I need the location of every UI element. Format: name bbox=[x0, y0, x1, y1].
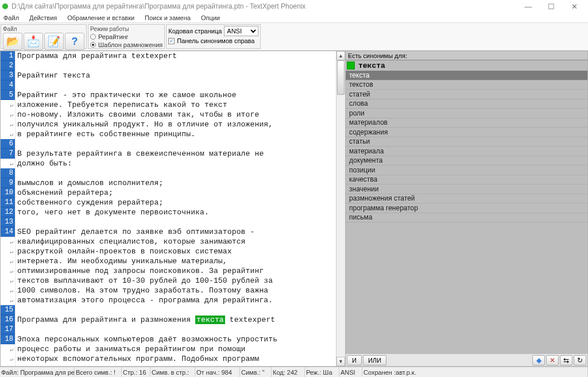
menu-options[interactable]: Опции bbox=[200, 14, 221, 22]
line-number: 15 bbox=[1, 305, 15, 315]
synonym-item[interactable]: качества bbox=[346, 175, 587, 185]
editor-line[interactable]: того, чего нет в документе первоисточник… bbox=[17, 207, 334, 217]
editor-line[interactable] bbox=[17, 305, 334, 315]
synonym-item[interactable]: содержания bbox=[346, 128, 587, 137]
editor-line[interactable]: квалифицированных специалистов, которые … bbox=[17, 237, 334, 247]
mode-rewrite-radio[interactable]: Рерайтинг bbox=[90, 33, 163, 40]
open-button[interactable]: 📂 bbox=[3, 33, 22, 50]
maximize-button[interactable]: ☐ bbox=[540, 0, 563, 13]
synonym-item[interactable]: роли bbox=[346, 109, 587, 118]
editor-line[interactable]: Программа для рерайтинга textexpert bbox=[17, 51, 334, 61]
synonym-item[interactable]: статей bbox=[346, 90, 587, 99]
close-button[interactable]: ✕ bbox=[563, 0, 586, 13]
line-number: 6 bbox=[1, 139, 15, 149]
editor-line[interactable]: текстов выплачивают от 10-30 рублей до 1… bbox=[17, 276, 334, 286]
editor-line[interactable]: раскруткой онлайн-проектов в поисковых с… bbox=[17, 247, 334, 256]
editor-line[interactable]: по-новому. Изложить своими словами так, … bbox=[17, 110, 334, 120]
line-number: 11 bbox=[1, 198, 15, 207]
synonym-item[interactable]: документа bbox=[346, 156, 587, 166]
editor-line[interactable]: изложение. Требуется переписать какой то… bbox=[17, 100, 334, 110]
synonym-item[interactable]: программа генератор bbox=[346, 203, 587, 213]
synonym-item[interactable]: материала bbox=[346, 147, 587, 156]
editor-line[interactable]: В результате рерайтинга в свежеиспеченно… bbox=[17, 149, 334, 159]
editor-line[interactable] bbox=[17, 61, 334, 71]
editor-line[interactable]: должно быть: bbox=[17, 159, 334, 168]
status-fromstart: От нач.: 984 bbox=[195, 367, 240, 377]
editor-line[interactable] bbox=[17, 80, 334, 90]
editor-line[interactable]: оптимизированные под запросы поисковиков… bbox=[17, 266, 334, 276]
syn-or-button[interactable]: ИЛИ bbox=[363, 355, 386, 366]
codepage-select[interactable]: ANSI bbox=[224, 26, 258, 36]
editor-line[interactable]: получился уникальный продукт. Но в отлич… bbox=[17, 120, 334, 129]
synonym-item[interactable]: позиции bbox=[346, 166, 587, 175]
menu-search[interactable]: Поиск и замена bbox=[144, 14, 192, 22]
menu-frames[interactable]: Обрамление и вставки bbox=[66, 14, 136, 22]
toolbar-group-file-label: Файл bbox=[3, 26, 84, 32]
editor[interactable]: 12345↵↵↵↵67↵891011121314↵↵↵↵↵↵↵15161718↵… bbox=[0, 51, 346, 367]
save-button[interactable]: 📩 bbox=[24, 33, 43, 50]
toolbar-group-codepage: Кодовая страница ANSI ✓Панель синонимов … bbox=[166, 24, 261, 49]
line-number: ↵ bbox=[1, 276, 15, 286]
synonym-item[interactable]: текста bbox=[346, 71, 587, 80]
synonym-item[interactable]: слова bbox=[346, 99, 587, 109]
synonym-item[interactable]: значении bbox=[346, 184, 587, 194]
synonym-item[interactable]: текстов bbox=[346, 80, 587, 90]
editor-line[interactable]: процесс работы и заниматься рерайтингом … bbox=[17, 344, 334, 354]
workspace: 12345↵↵↵↵67↵891011121314↵↵↵↵↵↵↵15161718↵… bbox=[0, 51, 588, 367]
editor-line[interactable]: 1000 символов. На этом трудно заработать… bbox=[17, 286, 334, 295]
line-number: 18 bbox=[1, 334, 15, 344]
scroll-up-icon[interactable]: ▲ bbox=[336, 51, 345, 60]
editor-scrollbar[interactable]: ▲ ▼ bbox=[336, 51, 345, 366]
mode-mult-radio[interactable]: Шаблон размножения bbox=[90, 41, 163, 48]
editor-line[interactable]: Программа для рерайтинга и размножения т… bbox=[17, 315, 334, 325]
synonym-list[interactable]: текстатекстовстатейсловаролиматериаловсо… bbox=[346, 71, 587, 353]
syn-flag-icon[interactable]: ◆ bbox=[532, 355, 545, 366]
minimize-button[interactable]: — bbox=[517, 0, 540, 13]
menubar: Файл Действия Обрамление и вставки Поиск… bbox=[0, 13, 588, 23]
highlighted-word: текста bbox=[195, 316, 225, 324]
scroll-down-icon[interactable]: ▼ bbox=[336, 357, 345, 366]
syn-and-button[interactable]: И bbox=[347, 355, 362, 366]
scroll-thumb[interactable] bbox=[337, 60, 345, 95]
synonym-item[interactable]: письма bbox=[346, 213, 587, 223]
status-saved: Сохранен :авт.р.к. bbox=[362, 367, 588, 377]
syn-right-checkbox[interactable]: ✓Панель синонимов справа bbox=[168, 37, 258, 44]
editor-line[interactable]: Рерайтинг - это практически то же самое … bbox=[17, 90, 334, 100]
syn-swap-icon[interactable]: ⇆ bbox=[560, 355, 572, 366]
editor-line[interactable] bbox=[17, 217, 334, 227]
line-number: ↵ bbox=[1, 344, 15, 354]
synonym-item[interactable]: размножения статей bbox=[346, 194, 587, 204]
synonym-item[interactable]: статьи bbox=[346, 137, 587, 147]
codepage-label: Кодовая страница bbox=[168, 28, 222, 34]
editor-line[interactable]: SEO рерайтинг делается по заявке вэб опт… bbox=[17, 227, 334, 237]
editor-line[interactable]: объяснений рерайтера; bbox=[17, 188, 334, 198]
editor-line[interactable] bbox=[17, 325, 334, 334]
editor-line[interactable]: Рерайтинг текста bbox=[17, 71, 334, 80]
line-number: 9 bbox=[1, 178, 15, 188]
syn-refresh-icon[interactable]: ↻ bbox=[574, 355, 586, 366]
titlebar: D:\Для сайта\Программа для рерайтинга\Пр… bbox=[0, 0, 588, 13]
menu-file[interactable]: Файл bbox=[2, 14, 20, 22]
toolbar-group-mode-label: Режим работы bbox=[90, 26, 163, 32]
editor-line[interactable] bbox=[17, 168, 334, 178]
synonym-item[interactable]: материалов bbox=[346, 118, 587, 128]
editor-line[interactable]: собственного суждения рерайтера; bbox=[17, 198, 334, 207]
line-number: ↵ bbox=[1, 237, 15, 247]
editor-line[interactable] bbox=[17, 139, 334, 149]
editor-line[interactable]: в рерайтинге есть собственные принципы. bbox=[17, 129, 334, 139]
textarea[interactable]: Программа для рерайтинга textexpertРерай… bbox=[16, 51, 336, 366]
editor-line[interactable]: вымыслов и домыслов исполнителя; bbox=[17, 178, 334, 188]
help-button[interactable]: ? bbox=[65, 33, 84, 50]
edit-button[interactable]: 📝 bbox=[44, 33, 64, 50]
status-code: Код: 242 bbox=[272, 367, 305, 377]
editor-line[interactable]: автоматизация этого процесса - программа… bbox=[17, 295, 334, 305]
menu-actions[interactable]: Действия bbox=[28, 14, 58, 22]
status-line: Стр.: 16 bbox=[122, 367, 150, 377]
line-number: 5 bbox=[1, 90, 15, 100]
editor-line[interactable]: некоторых вспомогательных программ. Подо… bbox=[17, 354, 334, 364]
line-number: ↵ bbox=[1, 110, 15, 120]
editor-line[interactable]: Эпоха персональных компьютеров даёт возм… bbox=[17, 334, 334, 344]
line-number: 17 bbox=[1, 325, 15, 334]
syn-delete-icon[interactable]: ✕ bbox=[546, 355, 559, 366]
editor-line[interactable]: интернета. Им необходимы уникальные мате… bbox=[17, 256, 334, 266]
